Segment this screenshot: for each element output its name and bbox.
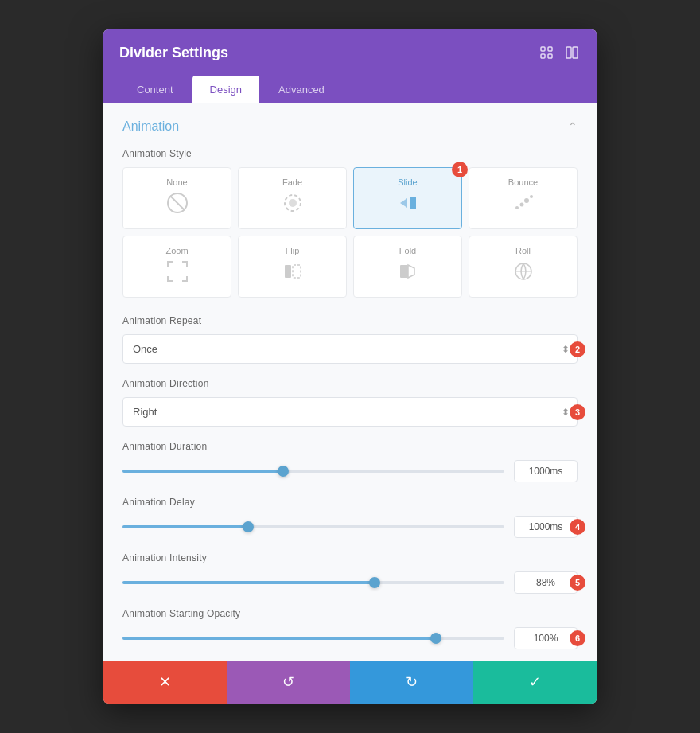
svg-rect-1 [548,47,552,51]
anim-option-bounce[interactable]: Bounce [469,167,578,229]
duration-slider-fill [122,470,283,473]
animation-section-title: Animation [122,119,179,134]
animation-opacity-label: Animation Starting Opacity [122,608,578,619]
anim-option-zoom[interactable]: Zoom [122,236,231,298]
animation-direction-select[interactable]: Right Left Top Bottom [122,397,578,427]
animation-duration-label: Animation Duration [122,441,578,452]
opacity-slider-container [122,637,504,640]
svg-line-7 [170,196,185,210]
collapse-icon[interactable]: ⌃ [568,120,578,133]
delay-slider-row: 4 [122,516,578,538]
tab-content[interactable]: Content [119,76,191,103]
svg-point-9 [289,199,297,207]
columns-icon[interactable] [563,44,581,61]
anim-icon-bounce [512,192,535,219]
tab-design[interactable]: Design [192,76,259,103]
svg-point-13 [524,198,529,203]
anim-label-zoom: Zoom [165,246,188,255]
svg-rect-17 [400,265,408,278]
badge-3: 3 [570,404,585,420]
delay-slider-thumb[interactable] [243,521,254,532]
anim-label-none: None [166,177,187,187]
animation-direction-section: Animation Direction 3 Right Left Top Bot… [122,378,578,427]
animation-repeat-label: Animation Repeat [122,315,578,326]
cancel-icon: ✕ [159,673,171,691]
animation-section-header: Animation ⌃ [122,119,578,134]
delay-slider-container [122,525,504,528]
anim-option-flip[interactable]: Flip [238,236,347,298]
anim-icon-fold [397,260,419,287]
svg-point-14 [530,195,533,198]
duration-slider-thumb[interactable] [278,466,289,477]
svg-rect-0 [541,47,545,51]
intensity-slider-row: 5 [122,571,578,594]
animation-intensity-label: Animation Intensity [122,552,578,563]
animation-repeat-select[interactable]: Once Loop Infinite [122,334,578,364]
intensity-slider-container [122,581,504,584]
grid-icon[interactable] [538,44,555,61]
content-area: Animation ⌃ Animation Style None Fade [103,103,597,661]
badge-1: 1 [452,162,468,177]
animation-opacity-section: Animation Starting Opacity 6 [122,608,578,649]
anim-icon-roll [512,260,535,287]
animation-style-label: Animation Style [122,148,578,159]
svg-rect-10 [410,197,416,209]
svg-marker-18 [408,265,414,278]
animation-direction-label: Animation Direction [122,378,578,389]
anim-label-roll: Roll [515,246,531,255]
anim-icon-none [166,192,189,219]
save-button[interactable]: ✓ [473,661,597,704]
anim-option-slide[interactable]: 1 Slide [353,167,462,229]
anim-icon-fade [282,192,304,219]
tabs-bar: Content Design Advanced [103,76,597,103]
duration-slider-row [122,460,578,482]
redo-button[interactable]: ↻ [350,661,473,704]
anim-option-roll[interactable]: Roll [469,236,578,298]
modal-header: Divider Settings [103,29,597,76]
direction-field-wrapper: 3 Right Left Top Bottom ⬍ [122,397,578,427]
svg-point-11 [515,206,519,209]
anim-icon-flip [282,260,304,287]
badge-5: 5 [570,575,585,591]
animation-delay-section: Animation Delay 4 [122,497,578,538]
opacity-slider-fill [122,637,436,640]
reset-icon: ↺ [282,673,294,691]
tab-advanced[interactable]: Advanced [261,76,342,103]
anim-option-fold[interactable]: Fold [353,236,462,298]
animation-delay-label: Animation Delay [122,497,578,508]
modal-container: Divider Settings Content Design Advanc [103,29,597,704]
svg-rect-2 [541,54,545,58]
badge-2: 2 [570,341,585,357]
duration-value-input[interactable] [514,460,578,482]
intensity-value-input[interactable] [514,571,578,594]
animation-intensity-section: Animation Intensity 5 [122,552,578,594]
svg-rect-4 [566,47,571,58]
anim-option-fade[interactable]: Fade [238,167,347,229]
animation-duration-section: Animation Duration [122,441,578,482]
opacity-slider-thumb[interactable] [430,633,441,644]
anim-icon-slide [397,192,419,219]
cancel-button[interactable]: ✕ [103,661,227,704]
repeat-field-wrapper: 2 Once Loop Infinite ⬍ [122,334,578,364]
intensity-slider-thumb[interactable] [369,577,380,588]
svg-rect-15 [285,265,291,278]
opacity-value-input[interactable] [514,627,578,649]
badge-6: 6 [570,630,585,646]
intensity-slider-fill [122,581,375,584]
save-icon: ✓ [529,673,541,691]
anim-option-none[interactable]: None [122,167,231,229]
animation-repeat-section: Animation Repeat 2 Once Loop Infinite ⬍ [122,315,578,364]
anim-label-slide: Slide [398,177,417,187]
anim-label-fade: Fade [282,177,302,187]
intensity-slider-track [122,581,504,584]
animation-style-section: Animation Style None Fade [122,148,578,298]
delay-value-input[interactable] [514,516,578,538]
anim-label-flip: Flip [286,246,300,255]
delay-slider-track [122,525,504,528]
anim-icon-zoom [166,260,189,287]
svg-rect-3 [548,54,552,58]
redo-icon: ↻ [406,673,418,691]
reset-button[interactable]: ↺ [227,661,350,704]
duration-slider-track [122,470,504,473]
svg-rect-5 [573,47,578,58]
